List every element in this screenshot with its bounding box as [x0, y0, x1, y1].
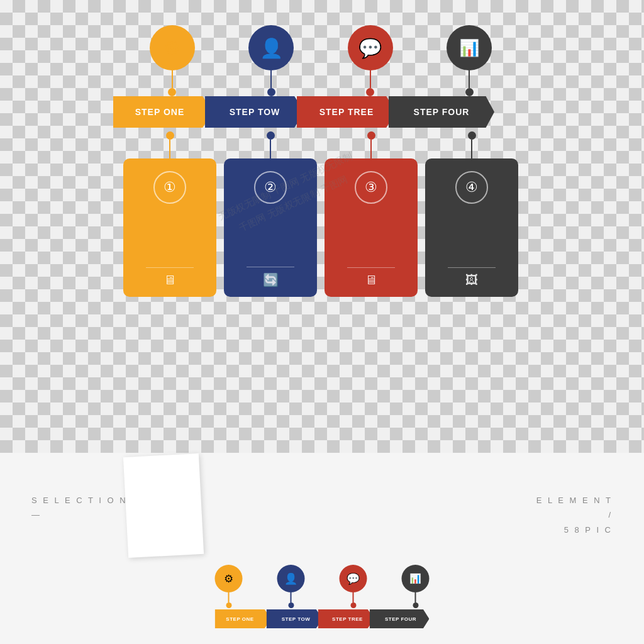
step2-label: STEP TOW: [230, 107, 280, 117]
step1-line-bottom: [169, 140, 170, 158]
step4-line-bottom: [471, 140, 472, 158]
step3-number: ③: [355, 171, 387, 204]
mini-arrow-row: STEP ONE STEP TOW STEP TREE STEP FOUR: [215, 609, 430, 628]
step4-card-bottom: 🖼: [431, 267, 512, 288]
person-icon: 👤: [260, 37, 283, 59]
mini-step4-label: STEP FOUR: [385, 616, 416, 622]
step3-card: ③ 🖥: [325, 158, 418, 297]
step2-dot-bottom: [267, 131, 275, 140]
mini-dot1-top: [226, 602, 231, 608]
step3-icon-circle: 💬: [348, 25, 393, 70]
step1-line-top: [172, 70, 173, 88]
chat-icon: 💬: [358, 37, 382, 59]
mini-step3-label: STEP TREE: [332, 616, 363, 622]
step2-card: ② 🔄: [224, 158, 317, 297]
step1-label: STEP ONE: [135, 107, 185, 117]
mini-step2-label: STEP TOW: [282, 616, 311, 622]
step2-dot-top: [267, 88, 275, 96]
selection-label: S E L E C T I O N: [31, 493, 128, 508]
mini-dot2-top: [288, 602, 294, 608]
step1-number: ①: [153, 171, 186, 204]
step1-icon-circle: ⚙: [150, 25, 195, 70]
step4-dot-bottom: [468, 131, 476, 140]
step2-card-line: [247, 267, 295, 268]
step1-dot-bottom: [166, 131, 174, 140]
chart-icon: 📊: [459, 38, 479, 58]
card-column-2: ② 🔄: [224, 128, 317, 297]
step2-top-connector: 👤: [248, 25, 294, 96]
gear-icon: ⚙: [164, 37, 180, 59]
step2-line-top: [270, 70, 272, 88]
step1-top-connector: ⚙: [150, 25, 195, 96]
step4-dot-top: [465, 88, 474, 96]
card-column-1: ① 🖥: [123, 128, 216, 297]
image-icon-4: 🖼: [465, 273, 478, 287]
step4-label: STEP FOUR: [414, 107, 470, 117]
monitor-icon-1: 🖥: [164, 273, 176, 287]
mini-dot3-top: [350, 602, 356, 608]
step3-card-line: [347, 267, 396, 269]
step1-card: ① 🖥: [123, 158, 216, 297]
step2-card-bottom: 🔄: [230, 267, 311, 288]
element-slash: /: [536, 508, 613, 522]
step4-line-top: [469, 70, 470, 88]
mini-step1-top: ⚙: [215, 565, 243, 608]
step3-dot-bottom: [367, 131, 375, 140]
meta-labels: S E L E C T I O N — E L E M E N T / 5 8 …: [0, 493, 644, 537]
step1-card-line: [146, 267, 194, 269]
card-column-4: ④ 🖼: [425, 128, 518, 297]
step3-top-connector: 💬: [348, 25, 393, 96]
refresh-icon-2: 🔄: [263, 272, 279, 287]
main-infographic: ⚙ 👤 💬 📊: [113, 25, 528, 297]
mini-infographic: ⚙ 👤 💬 📊 STEP ONE STEP TOW STEP TREE: [215, 565, 430, 628]
mini-top-icons-row: ⚙ 👤 💬 📊: [215, 565, 430, 608]
mini-step2-top: 👤: [277, 565, 305, 608]
step2-number: ②: [254, 171, 287, 204]
card-column-3: ③ 🖥: [325, 128, 418, 297]
mini-chat-icon: 💬: [340, 565, 367, 592]
element-label-group: E L E M E N T / 5 8 P I C: [536, 493, 613, 537]
top-icons-row: ⚙ 👤 💬 📊: [113, 25, 528, 96]
step4-arrow: STEP FOUR: [389, 96, 494, 128]
step3-label: STEP TREE: [319, 107, 374, 117]
selection-label-group: S E L E C T I O N —: [31, 493, 128, 537]
step4-icon-circle: 📊: [447, 25, 492, 70]
step3-line-top: [370, 70, 371, 88]
step2-arrow: STEP TOW: [205, 96, 304, 128]
mini-line3-top: [353, 592, 354, 602]
element-label: E L E M E N T: [536, 493, 613, 508]
mini-person-icon: 👤: [277, 565, 305, 592]
mini-dot4-top: [413, 602, 418, 608]
mini-line1-top: [228, 592, 230, 602]
step3-dot-top: [366, 88, 374, 96]
step2-icon-circle: 👤: [248, 25, 294, 70]
mini-line4-top: [415, 592, 416, 602]
step3-card-bottom: 🖥: [331, 267, 411, 288]
mini-line2-top: [291, 592, 292, 602]
step4-number: ④: [455, 171, 488, 204]
mini-step1-arrow: STEP ONE: [215, 609, 272, 628]
mini-step4-arrow: STEP FOUR: [370, 609, 430, 628]
step3-arrow: STEP TREE: [297, 96, 396, 128]
mini-gear-icon: ⚙: [215, 565, 243, 592]
mini-chart-icon: 📊: [402, 565, 430, 592]
step4-card-line: [448, 267, 496, 269]
selection-dash: —: [31, 508, 128, 522]
mini-step1-label: STEP ONE: [226, 616, 253, 622]
step4-top-connector: 📊: [447, 25, 492, 96]
bottom-cards-section: ① 🖥 ② 🔄: [113, 128, 528, 297]
step1-card-bottom: 🖥: [130, 267, 210, 288]
step1-arrow: STEP ONE: [113, 96, 213, 128]
step4-card: ④ 🖼: [425, 158, 518, 297]
mini-step3-top: 💬: [340, 565, 367, 608]
step1-dot-top: [168, 88, 176, 96]
mini-step2-arrow: STEP TOW: [267, 609, 323, 628]
arrow-row: STEP ONE STEP TOW STEP TREE STEP FOUR: [113, 96, 528, 128]
mini-step4-top: 📊: [402, 565, 430, 608]
step2-line-bottom: [270, 140, 271, 158]
step3-line-bottom: [370, 140, 372, 158]
mini-step3-arrow: STEP TREE: [318, 609, 375, 628]
element-pic: 5 8 P I C: [536, 523, 613, 537]
monitor-icon-3: 🖥: [365, 273, 377, 287]
